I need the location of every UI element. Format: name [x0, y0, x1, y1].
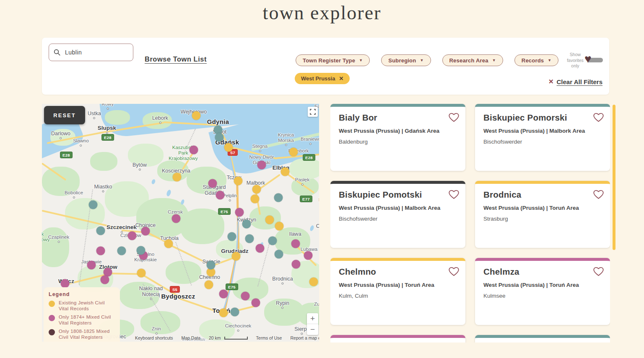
town-card-partial[interactable] — [475, 335, 610, 343]
filter-dropdown-subregion[interactable]: Subregion▼ — [381, 54, 431, 66]
town-record-dot[interactable] — [137, 246, 145, 255]
town-record-dot[interactable] — [89, 201, 98, 209]
town-marker-icon — [73, 196, 75, 198]
town-record-dot[interactable] — [137, 269, 146, 278]
town-record-dot[interactable] — [289, 148, 298, 157]
town-record-dot[interactable] — [242, 220, 251, 229]
road-badge-e77: E77 — [300, 196, 312, 202]
town-record-dot[interactable] — [216, 191, 225, 200]
town-record-dot[interactable] — [291, 240, 300, 248]
town-record-dot[interactable] — [231, 308, 239, 317]
legend-item-label: Existing Jewish Civil Vital Records — [59, 300, 115, 312]
town-record-dot[interactable] — [224, 143, 233, 152]
report-map-error-link[interactable]: Report a map error — [290, 335, 319, 340]
town-record-dot[interactable] — [265, 216, 274, 224]
city-name: Pelplin — [223, 193, 237, 198]
favorite-heart-icon[interactable] — [448, 189, 460, 201]
town-record-dot[interactable] — [141, 227, 150, 236]
dropdown-label: Research Area — [449, 57, 488, 64]
town-record-dot[interactable] — [257, 161, 266, 170]
town-record-dot[interactable] — [173, 173, 182, 182]
map-label-slupsk: Slupsk — [98, 125, 116, 134]
favorite-heart-icon[interactable] — [593, 189, 604, 201]
town-record-dot[interactable] — [192, 111, 201, 120]
browse-town-list-link[interactable]: Browse Town List — [145, 55, 207, 63]
town-record-dot[interactable] — [281, 167, 290, 176]
town-marker-icon — [301, 183, 304, 185]
favorites-toggle[interactable]: ♥ — [587, 58, 603, 62]
town-record-dot[interactable] — [128, 232, 137, 240]
filter-dropdown-records[interactable]: Records▼ — [514, 54, 559, 66]
town-record-dot[interactable] — [268, 237, 277, 245]
town-search[interactable] — [49, 44, 133, 61]
town-record-dot[interactable] — [207, 261, 216, 270]
city-name: Rowy — [102, 104, 114, 107]
town-record-dot[interactable] — [205, 281, 213, 289]
town-record-dot[interactable] — [96, 227, 105, 235]
town-record-dot[interactable] — [172, 214, 181, 223]
town-card-biskupiec-pomorski[interactable]: Biskupiec PomorskiWest Prussia (Prussia)… — [475, 104, 610, 171]
map-reset-button[interactable]: RESET — [44, 106, 85, 124]
town-record-dot[interactable] — [309, 278, 318, 286]
town-marker-icon — [237, 330, 239, 332]
town-record-dot[interactable] — [304, 251, 313, 260]
town-record-dot[interactable] — [275, 250, 283, 259]
town-record-dot[interactable] — [241, 292, 250, 301]
filter-dropdown-research-area[interactable]: Research Area▼ — [442, 54, 503, 66]
town-record-dot[interactable] — [190, 146, 198, 155]
town-record-dot[interactable] — [274, 193, 283, 202]
town-record-dot[interactable] — [275, 222, 284, 231]
map-label-slawno: Slawno — [73, 138, 89, 147]
town-card-chelmno[interactable]: ChelmnoWest Prussia (Prussia) | Toruń Ar… — [330, 258, 465, 325]
town-record-dot[interactable] — [96, 247, 105, 255]
chip-close-icon[interactable]: ✕ — [339, 75, 343, 82]
results-scrollbar[interactable] — [613, 105, 615, 250]
town-record-dot[interactable] — [101, 276, 109, 284]
keyboard-shortcuts-link[interactable]: Keyboard shortcuts — [135, 335, 173, 340]
favorite-heart-icon[interactable] — [593, 266, 604, 278]
town-record-dot[interactable] — [117, 247, 126, 255]
favorite-heart-icon[interactable] — [593, 112, 604, 124]
town-record-dot[interactable] — [219, 309, 228, 317]
town-record-dot[interactable] — [228, 232, 236, 241]
town-record-dot[interactable] — [235, 208, 244, 217]
town-record-dot[interactable] — [251, 195, 260, 203]
town-record-dot[interactable] — [164, 240, 173, 248]
clear-all-filters-link[interactable]: ✕ Clear All Filters — [548, 78, 602, 85]
town-marker-icon — [150, 298, 152, 300]
town-card-bialy-bor[interactable]: Bialy BorWest Prussia (Prussia) | Gdańsk… — [330, 104, 465, 171]
map-label-darlowo: Darlowo — [51, 131, 70, 139]
town-card-chelmza[interactable]: ChelmzaWest Prussia (Prussia) | Toruń Ar… — [475, 258, 610, 325]
forest-area — [105, 110, 130, 125]
city-name: Czaplinek — [48, 234, 70, 240]
town-record-dot[interactable] — [208, 179, 217, 188]
town-record-dot[interactable] — [245, 234, 254, 243]
town-record-dot[interactable] — [61, 279, 70, 288]
search-input[interactable] — [64, 49, 129, 56]
town-record-dot[interactable] — [256, 244, 265, 253]
favorite-heart-icon[interactable] — [448, 266, 460, 278]
zoom-in-button[interactable]: + — [307, 313, 318, 324]
town-record-dot[interactable] — [252, 185, 261, 194]
town-card-region: West Prussia (Prussia) | Toruń Area — [483, 282, 602, 288]
town-record-dot[interactable] — [215, 133, 224, 142]
town-card-brodnica[interactable]: BrodnicaWest Prussia (Prussia) | Toruń A… — [475, 181, 610, 248]
town-record-dot[interactable] — [219, 290, 228, 299]
town-record-dot[interactable] — [234, 177, 243, 185]
fullscreen-icon[interactable] — [308, 107, 318, 117]
town-record-dot[interactable] — [292, 260, 301, 269]
terms-of-use-link[interactable]: Terms of Use — [256, 335, 282, 340]
town-card-partial[interactable] — [330, 335, 465, 343]
town-record-dot[interactable] — [232, 252, 241, 261]
map-data-label: Map Data — [181, 335, 200, 340]
map[interactable]: E28E28S7E28E75E77E75S5 БалтRowyUstkaLebo… — [42, 104, 319, 342]
zoom-out-button[interactable]: − — [307, 324, 318, 335]
active-filter-chip-west-prussia[interactable]: West Prussia ✕ — [295, 73, 350, 84]
town-marker-icon — [282, 283, 284, 285]
filter-dropdown-town-register-type[interactable]: Town Register Type▼ — [296, 54, 370, 66]
town-record-dot[interactable] — [87, 261, 96, 270]
town-record-dot[interactable] — [252, 299, 260, 307]
city-name: Ilawa — [289, 231, 301, 237]
favorite-heart-icon[interactable] — [448, 112, 460, 124]
town-card-biskupiec-pomotski[interactable]: Biskupiec PomotskiWest Prussia (Prussia)… — [330, 181, 465, 248]
